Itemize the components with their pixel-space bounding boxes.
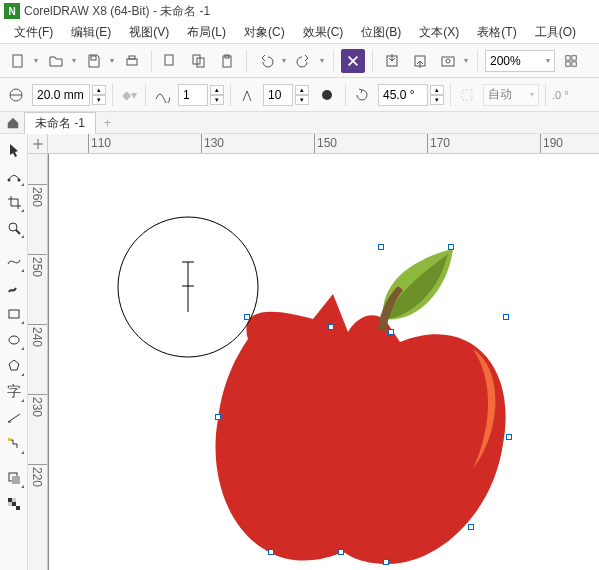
svg-rect-20 [462,90,472,100]
svg-line-27 [8,414,20,422]
smoothing-input[interactable] [178,84,208,106]
menu-text[interactable]: 文本(X) [411,21,467,44]
menu-file[interactable]: 文件(F) [6,21,61,44]
crop-tool[interactable] [2,190,26,214]
transparency-tool[interactable] [2,492,26,516]
document-tab[interactable]: 未命名 -1 [24,112,96,134]
vertical-ruler[interactable]: 260 250 240 230 220 [28,154,48,570]
import-button[interactable] [380,49,404,73]
svg-rect-13 [566,55,570,59]
svg-rect-34 [16,506,20,510]
svg-rect-25 [9,310,19,318]
text-tool[interactable]: 字 [2,380,26,404]
parallel-dimension-tool[interactable] [2,406,26,430]
smoothing-field[interactable]: ▴▾ [178,84,224,106]
document-tab-bar: 未命名 -1 + [0,112,599,134]
menu-effects[interactable]: 效果(C) [295,21,352,44]
nib-size-field[interactable]: ▴▾ [263,84,309,106]
menu-object[interactable]: 对象(C) [236,21,293,44]
pick-tool[interactable] [2,138,26,162]
outline-width-field[interactable]: ▴▾ [32,84,106,106]
selection-handle[interactable] [383,559,389,565]
home-tab-icon[interactable] [4,114,22,132]
paste-button[interactable] [215,49,239,73]
title-bar: N CorelDRAW X8 (64-Bit) - 未命名 -1 [0,0,599,22]
zoom-level-input[interactable]: 200% [485,50,555,72]
selection-handle[interactable] [338,549,344,555]
undo-button[interactable] [254,49,288,73]
drop-shadow-tool[interactable] [2,466,26,490]
copy-button[interactable] [187,49,211,73]
svg-rect-16 [572,61,576,65]
svg-point-22 [17,179,20,182]
artistic-media-tool[interactable] [2,276,26,300]
apple-shape [215,294,505,564]
rectangle-tool[interactable] [2,302,26,326]
freehand-tool[interactable] [2,250,26,274]
menu-tools[interactable]: 工具(O) [527,21,584,44]
spin-up[interactable]: ▴ [92,85,106,95]
ellipse-tool[interactable] [2,328,26,352]
selection-handle[interactable] [215,414,221,420]
outline-width-icon [6,85,26,105]
selection-handle[interactable] [328,324,334,330]
print-button[interactable] [120,49,144,73]
cut-button[interactable] [159,49,183,73]
open-button[interactable] [44,49,78,73]
save-button[interactable] [82,49,116,73]
nib-shape-icon[interactable]: ◆▾ [119,85,139,105]
redo-button[interactable] [292,49,326,73]
selection-handle[interactable] [448,244,454,250]
svg-rect-32 [8,498,12,502]
zoom-tool[interactable] [2,216,26,240]
svg-line-24 [16,230,20,234]
menu-view[interactable]: 视图(V) [121,21,177,44]
rotation-icon [352,85,372,105]
publish-button[interactable] [436,49,470,73]
drawing-canvas[interactable] [48,154,599,570]
svg-rect-3 [129,56,135,59]
bounds-icon[interactable] [457,85,477,105]
svg-point-21 [7,179,10,182]
menu-layout[interactable]: 布局(L) [179,21,234,44]
menu-edit[interactable]: 编辑(E) [63,21,119,44]
svg-rect-0 [13,55,22,67]
rotation-input[interactable] [378,84,428,106]
svg-rect-31 [12,476,20,484]
svg-rect-29 [8,438,11,441]
selection-handle[interactable] [506,434,512,440]
rotation-field[interactable]: ▴▾ [378,84,444,106]
selection-handle[interactable] [378,244,384,250]
outline-width-input[interactable] [32,84,90,106]
connector-tool[interactable] [2,432,26,456]
svg-point-26 [9,336,19,344]
selection-handle[interactable] [244,314,250,320]
search-button[interactable] [341,49,365,73]
menu-bitmap[interactable]: 位图(B) [353,21,409,44]
svg-point-19 [322,90,332,100]
ruler-origin[interactable] [28,134,48,154]
spin-down[interactable]: ▾ [92,95,106,105]
selection-handle[interactable] [468,524,474,530]
shape-tool[interactable] [2,164,26,188]
nib-size-input[interactable] [263,84,293,106]
selection-handle[interactable] [388,329,394,335]
svg-point-12 [446,59,450,63]
selection-handle[interactable] [503,314,509,320]
polygon-tool[interactable] [2,354,26,378]
export-button[interactable] [408,49,432,73]
zoom-more-button[interactable] [559,49,583,73]
menu-table[interactable]: 表格(T) [469,21,524,44]
standard-toolbar: 200% [0,44,599,78]
property-bar: ▴▾ ◆▾ ▴▾ ▴▾ ▴▾ 自动 .0 ° [0,78,599,112]
svg-rect-4 [165,55,173,65]
decimal-label: .0 ° [552,89,569,101]
horizontal-ruler[interactable]: 110 130 150 170 190 [48,134,599,154]
selection-handle[interactable] [268,549,274,555]
svg-rect-1 [91,56,96,60]
nib-preset-button[interactable] [315,83,339,107]
auto-dropdown[interactable]: 自动 [483,84,539,106]
svg-point-23 [9,223,17,231]
add-tab-button[interactable]: + [98,114,117,132]
new-button[interactable] [6,49,40,73]
